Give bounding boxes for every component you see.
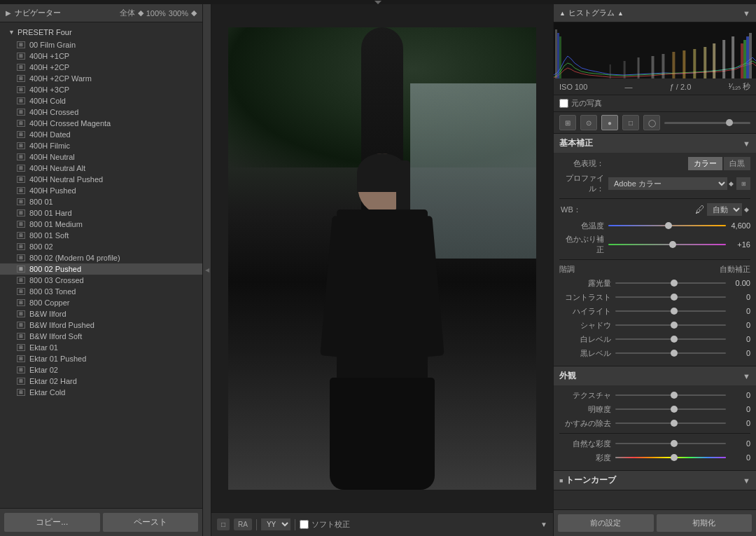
temp-thumb[interactable]: [665, 222, 672, 229]
zoom-300-label[interactable]: 300%: [169, 9, 188, 18]
crop-tool[interactable]: ⊞: [559, 115, 576, 130]
bw-mode-btn[interactable]: 白黒: [724, 157, 750, 170]
loupe-view-button[interactable]: □: [217, 518, 230, 530]
radfilter-tool[interactable]: ◯: [643, 115, 660, 130]
tool-slider-thumb[interactable]: [726, 119, 733, 126]
basic-correction-menu-icon[interactable]: ▼: [743, 139, 750, 148]
histogram-menu-icon[interactable]: ▼: [743, 9, 750, 18]
preset-item[interactable]: ⊞B&W Ilford: [0, 308, 202, 319]
preset-item[interactable]: ⊞800 01 Medium: [0, 219, 202, 230]
reset-button[interactable]: 初期化: [657, 514, 752, 532]
shadow-slider[interactable]: [615, 319, 726, 331]
preset-item[interactable]: ⊞400H +2CP Warm: [0, 73, 202, 84]
compare-button[interactable]: RA: [234, 518, 252, 530]
photo-display: [228, 27, 536, 490]
softproof-checkbox[interactable]: [300, 520, 309, 529]
tone-auto-btn[interactable]: 自動補正: [720, 264, 750, 275]
redeye-tool[interactable]: ●: [601, 115, 618, 130]
exposure-thumb[interactable]: [671, 280, 678, 287]
preset-item[interactable]: ⊞400H Neutral Pushed: [0, 174, 202, 185]
preset-item[interactable]: ⊞400H +2CP: [0, 62, 202, 73]
preset-item[interactable]: ⊞400H Crossed: [0, 106, 202, 118]
appearance-menu-icon[interactable]: ▼: [743, 372, 750, 380]
preset-item[interactable]: ⊞800 01 Soft: [0, 230, 202, 241]
wb-select[interactable]: 自動: [707, 203, 742, 216]
contrast-slider[interactable]: [615, 291, 726, 303]
preset-item[interactable]: ⊞400H Crossed Magenta: [0, 118, 202, 129]
preset-item[interactable]: ⊞400H +1CP: [0, 50, 202, 62]
saturation-thumb[interactable]: [671, 454, 678, 461]
zoom-100-label[interactable]: 100%: [146, 9, 166, 18]
center-panel: □ RA YY ソフト校正 ▼: [211, 4, 553, 536]
dehaze-slider[interactable]: [615, 418, 726, 429]
preset-item[interactable]: ⊞400H Pushed: [0, 185, 202, 196]
preset-item[interactable]: ⊞B&W Ilford Soft: [0, 331, 202, 342]
preset-item[interactable]: ⊞400H +3CP: [0, 84, 202, 95]
tone-curve-menu-icon[interactable]: ▼: [743, 476, 750, 485]
texture-thumb[interactable]: [671, 392, 678, 399]
zoom-fit-label[interactable]: 全体: [120, 8, 135, 18]
softproof-label[interactable]: ソフト校正: [300, 519, 350, 530]
paste-button[interactable]: ペースト: [103, 513, 199, 532]
preset-item[interactable]: ⊞800 02 Pushed: [0, 263, 202, 275]
profile-grid-button[interactable]: ⊞: [736, 177, 750, 190]
svg-rect-19: [732, 36, 734, 78]
preset-item[interactable]: ⊞400H Neutral Alt: [0, 163, 202, 174]
tool-slider[interactable]: [664, 122, 750, 124]
preset-item[interactable]: ⊞400H Filmic: [0, 140, 202, 151]
spot-heal-tool[interactable]: ⊙: [580, 115, 597, 130]
vibrance-slider[interactable]: [615, 438, 726, 449]
highlight-thumb[interactable]: [671, 308, 678, 315]
gradfilter-tool[interactable]: □: [622, 115, 639, 130]
preset-item[interactable]: ⊞Ektar 02 Hard: [0, 376, 202, 387]
eyedropper-icon[interactable]: 🖊: [695, 204, 705, 215]
navigator-zoom[interactable]: 全体 ◆ 100% 300% ◆: [120, 8, 197, 18]
preset-item[interactable]: ⊞800 03 Crossed: [0, 275, 202, 286]
preset-item[interactable]: ⊞Ektar 01 Pushed: [0, 353, 202, 364]
preset-item[interactable]: ⊞00 Film Grain: [0, 39, 202, 50]
clarity-slider[interactable]: [615, 404, 726, 415]
copy-button[interactable]: コピー...: [4, 513, 100, 532]
texture-slider[interactable]: [615, 390, 726, 401]
dehaze-thumb[interactable]: [671, 420, 678, 427]
saturation-slider[interactable]: [615, 452, 726, 463]
shadow-thumb[interactable]: [671, 322, 678, 329]
prev-settings-button[interactable]: 前の設定: [558, 514, 654, 532]
preset-item[interactable]: ⊞800 Copper: [0, 297, 202, 308]
preset-item[interactable]: ⊞Ektar Cold: [0, 387, 202, 398]
vibrance-thumb[interactable]: [671, 440, 678, 447]
white-thumb[interactable]: [671, 336, 678, 343]
preset-item[interactable]: ⊞B&W Ilford Pushed: [0, 319, 202, 331]
appearance-header[interactable]: 外観 ▼: [554, 366, 756, 385]
contrast-thumb[interactable]: [671, 294, 678, 301]
clarity-thumb[interactable]: [671, 406, 678, 413]
profile-select[interactable]: Adobe カラー: [608, 177, 727, 190]
color-mode-btn[interactable]: カラー: [688, 157, 722, 170]
tint-slider[interactable]: [608, 239, 726, 250]
temp-slider[interactable]: [608, 220, 726, 231]
black-thumb[interactable]: [671, 350, 678, 357]
preset-item[interactable]: ⊞400H Cold: [0, 95, 202, 106]
preset-item[interactable]: ⊞400H Dated: [0, 129, 202, 140]
preset-item[interactable]: ⊞800 02: [0, 241, 202, 252]
left-collapse-tab[interactable]: ◀: [203, 4, 211, 536]
tint-thumb[interactable]: [669, 241, 676, 248]
clarity-label: 明瞭度: [559, 404, 615, 415]
black-slider[interactable]: [615, 348, 726, 359]
preset-item[interactable]: ⊞400H Neutral: [0, 151, 202, 163]
preset-item[interactable]: ⊞Ektar 02: [0, 364, 202, 376]
white-slider[interactable]: [615, 334, 726, 345]
highlight-slider[interactable]: [615, 305, 726, 317]
preset-item[interactable]: ⊞800 01: [0, 196, 202, 207]
preset-item[interactable]: ⊞Ektar 01: [0, 342, 202, 353]
preset-item[interactable]: ⊞800 02 (Modern 04 profile): [0, 252, 202, 263]
tone-curve-header[interactable]: ■ トーンカーブ ▼: [554, 471, 756, 490]
preset-item[interactable]: ⊞800 03 Toned: [0, 286, 202, 297]
basic-correction-header[interactable]: 基本補正 ▼: [554, 134, 756, 153]
preset-item[interactable]: ⊞800 01 Hard: [0, 207, 202, 219]
svg-rect-2: [743, 40, 746, 78]
preset-group-header[interactable]: ▼ PRESETR Four: [0, 25, 202, 39]
view-mode-select[interactable]: YY: [261, 518, 290, 530]
exposure-slider[interactable]: [615, 277, 726, 289]
original-photo-checkbox[interactable]: [559, 99, 568, 108]
